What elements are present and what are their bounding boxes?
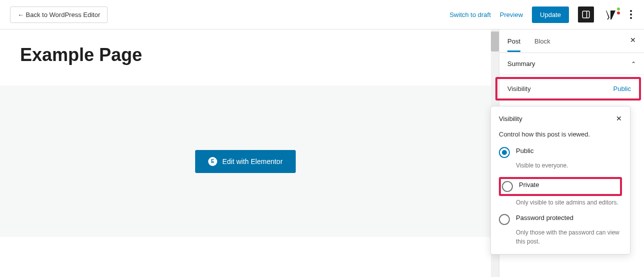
visibility-row[interactable]: Visibility Public: [499, 79, 639, 98]
tab-block[interactable]: Block: [534, 30, 550, 52]
highlight-private-option: Private: [499, 177, 622, 196]
svg-rect-0: [582, 11, 589, 18]
settings-sidebar: Post Block ✕ Summary ⌃ Visibility Public…: [499, 30, 644, 277]
yoast-status-dot-green: [617, 8, 620, 10]
visibility-popover: Visibility ✕ Control how this post is vi…: [490, 106, 630, 254]
popover-description: Control how this post is viewed.: [499, 130, 622, 138]
preview-button[interactable]: Preview: [500, 11, 523, 18]
visibility-value[interactable]: Public: [613, 85, 631, 92]
tab-post[interactable]: Post: [507, 30, 520, 52]
highlight-visibility-row: Visibility Public: [495, 77, 641, 100]
top-bar: ← Back to WordPress Editor Switch to dra…: [0, 0, 644, 30]
sidebar-tabs: Post Block ✕: [499, 30, 644, 53]
popover-title: Visibility: [499, 115, 522, 122]
visibility-label: Visibility: [507, 85, 531, 92]
radio-empty-icon: [502, 181, 513, 192]
settings-panel-toggle-icon[interactable]: [578, 6, 594, 22]
back-to-editor-button[interactable]: ← Back to WordPress Editor: [10, 6, 108, 23]
page-title[interactable]: Example Page: [0, 30, 499, 86]
option-desc-public: Visible to everyone.: [516, 161, 622, 170]
option-label: Private: [519, 181, 539, 188]
elementor-btn-label: Edit with Elementor: [222, 158, 283, 166]
elementor-logo-icon: E: [208, 157, 217, 166]
visibility-option-password[interactable]: Password protected: [499, 214, 622, 225]
edit-with-elementor-button[interactable]: E Edit with Elementor: [195, 150, 296, 173]
option-desc-private: Only visible to site admins and editors.: [516, 198, 622, 207]
option-desc-password: Only those with the password can view th…: [516, 228, 622, 246]
update-button[interactable]: Update: [532, 6, 569, 23]
yoast-status-dot-red: [617, 12, 620, 14]
more-options-icon[interactable]: [628, 8, 634, 21]
main-layout: Example Page E Edit with Elementor Post …: [0, 30, 644, 277]
summary-label: Summary: [507, 60, 535, 68]
popover-header: Visibility ✕: [499, 114, 622, 122]
option-label: Public: [516, 147, 533, 154]
editor-area: Example Page E Edit with Elementor: [0, 30, 499, 277]
yoast-seo-icon[interactable]: [603, 6, 619, 22]
summary-panel: Summary ⌃: [499, 53, 644, 75]
top-actions: Switch to draft Preview Update: [449, 6, 634, 23]
visibility-option-private[interactable]: Private: [502, 181, 619, 192]
option-label: Password protected: [516, 214, 573, 222]
close-sidebar-icon[interactable]: ✕: [630, 36, 636, 44]
switch-to-draft-button[interactable]: Switch to draft: [449, 11, 490, 18]
radio-selected-icon: [499, 147, 510, 158]
visibility-option-public[interactable]: Public: [499, 147, 622, 158]
popover-close-icon[interactable]: ✕: [616, 114, 622, 122]
summary-panel-header[interactable]: Summary ⌃: [507, 60, 636, 68]
chevron-up-icon: ⌃: [631, 60, 636, 68]
canvas-area: E Edit with Elementor: [0, 86, 491, 237]
radio-empty-icon: [499, 214, 510, 225]
